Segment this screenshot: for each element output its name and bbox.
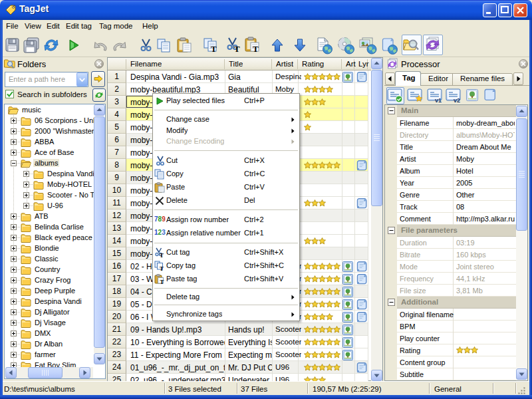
svg-text:T: T [160,279,164,285]
svg-text:T: T [160,252,164,258]
svg-text:v2: v2 [454,97,460,103]
svg-text:v1: v1 [435,97,442,103]
svg-text:T: T [160,265,164,271]
